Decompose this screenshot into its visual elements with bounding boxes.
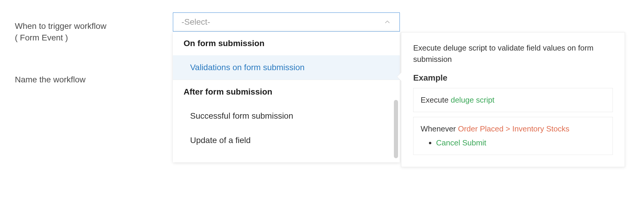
example1-accent: deluge script xyxy=(451,95,494,104)
option-validations-on-form-submission[interactable]: Validations on form submission xyxy=(173,55,400,80)
trigger-label-line2: ( Form Event ) xyxy=(15,32,106,43)
help-example-label: Example xyxy=(413,73,613,83)
example-box-condition: Whenever Order Placed > Inventory Stocks… xyxy=(413,117,613,155)
option-update-of-a-field[interactable]: Update of a field xyxy=(173,128,400,153)
example1-prefix: Execute xyxy=(421,95,451,104)
name-workflow-label-block: Name the workflow xyxy=(15,74,86,85)
bullet-icon xyxy=(429,142,431,144)
example2-accent: Order Placed > Inventory Stocks xyxy=(458,124,569,133)
example2-bullet-text: Cancel Submit xyxy=(436,137,486,149)
example-box-execute: Execute deluge script xyxy=(413,88,613,112)
example2-prefix: Whenever xyxy=(421,124,458,133)
select-placeholder: -Select- xyxy=(181,17,210,27)
dropdown-scrollbar[interactable] xyxy=(394,100,398,158)
option-successful-form-submission[interactable]: Successful form submission xyxy=(173,104,400,128)
example2-bullet-row: Cancel Submit xyxy=(421,137,605,149)
help-panel: Execute deluge script to validate field … xyxy=(401,32,625,167)
form-event-dropdown: On form submission Validations on form s… xyxy=(173,32,400,162)
tooltip-arrow-icon xyxy=(397,73,401,81)
name-workflow-label: Name the workflow xyxy=(15,74,86,85)
trigger-label-line1: When to trigger workflow xyxy=(15,20,106,32)
help-description: Execute deluge script to validate field … xyxy=(413,43,613,65)
dropdown-group-after-form-submission: After form submission xyxy=(173,80,400,104)
chevron-up-icon xyxy=(383,18,391,26)
trigger-label-block: When to trigger workflow ( Form Event ) xyxy=(15,20,106,43)
form-event-select[interactable]: -Select- xyxy=(173,12,400,32)
dropdown-group-on-form-submission: On form submission xyxy=(173,32,400,55)
